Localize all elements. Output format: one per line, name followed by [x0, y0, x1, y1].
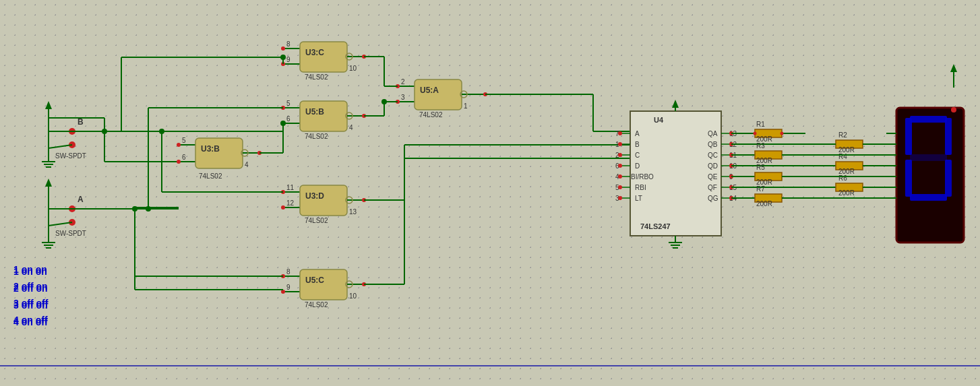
svg-marker-271 — [950, 64, 957, 72]
svg-text:C: C — [635, 152, 640, 159]
status-line-1: 1 on on — [13, 266, 47, 277]
svg-marker-1 — [45, 101, 52, 109]
svg-text:8: 8 — [286, 40, 290, 48]
svg-text:SW-SPDT: SW-SPDT — [55, 230, 86, 237]
svg-text:200R: 200R — [838, 189, 855, 197]
svg-point-130 — [280, 55, 286, 60]
svg-point-221 — [754, 132, 757, 135]
svg-text:10: 10 — [349, 65, 357, 72]
svg-point-103 — [281, 205, 285, 210]
svg-text:11: 11 — [286, 184, 295, 191]
status-line-2: 2 off on — [13, 283, 48, 294]
svg-rect-259 — [910, 194, 947, 201]
svg-text:QG: QG — [708, 195, 718, 202]
svg-text:U5:A: U5:A — [420, 86, 439, 95]
svg-text:B: B — [78, 117, 84, 127]
svg-line-20 — [49, 222, 72, 226]
circuit-diagram: .wire { stroke: #006600; stroke-width: 2… — [0, 0, 980, 386]
status-line-4: 4 on off — [13, 317, 48, 327]
svg-text:6: 6 — [286, 115, 290, 123]
svg-text:74LS02: 74LS02 — [305, 73, 328, 81]
svg-text:D: D — [635, 162, 640, 170]
svg-text:QD: QD — [708, 162, 718, 170]
svg-rect-261 — [905, 118, 912, 155]
svg-text:U3:B: U3:B — [201, 144, 220, 154]
svg-text:12: 12 — [286, 199, 295, 207]
svg-text:9: 9 — [286, 284, 290, 291]
svg-text:5: 5 — [286, 100, 290, 107]
svg-text:B: B — [635, 141, 640, 148]
svg-text:200R: 200R — [756, 200, 772, 207]
svg-line-5 — [49, 145, 72, 148]
svg-text:4: 4 — [245, 161, 249, 168]
svg-text:74LS02: 74LS02 — [199, 172, 222, 180]
svg-text:U3:C: U3:C — [305, 48, 324, 57]
svg-text:74LS02: 74LS02 — [305, 217, 328, 224]
svg-point-50 — [177, 143, 181, 147]
svg-rect-256 — [910, 116, 947, 123]
svg-point-142 — [146, 206, 151, 212]
svg-text:BI/RBO: BI/RBO — [631, 173, 654, 181]
svg-point-190 — [618, 142, 622, 146]
svg-point-193 — [618, 174, 622, 179]
svg-marker-16 — [45, 179, 52, 187]
svg-text:R2: R2 — [838, 131, 847, 139]
svg-text:RBI: RBI — [635, 184, 646, 191]
svg-rect-258 — [945, 160, 952, 197]
svg-text:74LS02: 74LS02 — [305, 301, 328, 309]
svg-marker-212 — [672, 100, 679, 108]
svg-point-124 — [381, 99, 387, 104]
svg-point-63 — [281, 46, 285, 51]
svg-text:U5:C: U5:C — [305, 276, 324, 285]
svg-text:U3:D: U3:D — [305, 191, 324, 201]
svg-text:R1: R1 — [756, 121, 765, 128]
svg-text:6: 6 — [182, 154, 186, 161]
svg-text:74LS247: 74LS247 — [640, 222, 671, 230]
status-line-3: 3 off off — [13, 300, 48, 311]
svg-text:R6: R6 — [838, 174, 847, 182]
svg-text:U4: U4 — [654, 116, 664, 124]
svg-text:A: A — [78, 195, 84, 204]
svg-text:R5: R5 — [756, 164, 765, 171]
svg-text:2: 2 — [401, 78, 405, 86]
svg-text:R3: R3 — [756, 142, 765, 150]
svg-text:74LS02: 74LS02 — [305, 133, 328, 140]
svg-text:3: 3 — [401, 94, 405, 101]
svg-text:74LS02: 74LS02 — [419, 111, 443, 119]
svg-text:LT: LT — [635, 195, 642, 202]
svg-text:QA: QA — [708, 130, 718, 137]
svg-text:R4: R4 — [838, 153, 847, 160]
svg-text:5: 5 — [182, 137, 186, 144]
svg-point-191 — [618, 153, 622, 157]
svg-text:200R: 200R — [838, 146, 855, 154]
svg-text:QC: QC — [708, 152, 718, 159]
svg-text:1: 1 — [464, 102, 468, 110]
svg-text:200R: 200R — [756, 135, 772, 143]
svg-text:10: 10 — [349, 292, 357, 300]
svg-rect-260 — [905, 160, 912, 197]
svg-text:13: 13 — [349, 208, 357, 216]
svg-rect-262 — [910, 154, 947, 161]
svg-text:9: 9 — [286, 56, 290, 63]
svg-point-192 — [618, 164, 622, 168]
svg-text:R7: R7 — [756, 185, 765, 193]
svg-text:QE: QE — [708, 173, 718, 181]
svg-point-51 — [177, 160, 181, 164]
svg-text:SW-SPDT: SW-SPDT — [55, 152, 86, 160]
svg-point-222 — [780, 132, 784, 135]
svg-point-127 — [280, 121, 286, 126]
svg-text:8: 8 — [286, 268, 290, 276]
svg-text:U5:B: U5:B — [305, 107, 324, 117]
svg-text:200R: 200R — [756, 157, 772, 164]
svg-text:QF: QF — [708, 184, 717, 191]
svg-text:A: A — [635, 130, 640, 137]
svg-text:200R: 200R — [838, 168, 855, 175]
svg-point-272 — [951, 107, 956, 112]
svg-point-133 — [159, 129, 164, 134]
svg-rect-257 — [945, 118, 952, 155]
svg-text:QB: QB — [708, 141, 718, 148]
svg-text:200R: 200R — [756, 179, 772, 186]
svg-point-195 — [618, 196, 622, 200]
svg-point-194 — [618, 185, 622, 189]
svg-text:4: 4 — [349, 124, 353, 131]
